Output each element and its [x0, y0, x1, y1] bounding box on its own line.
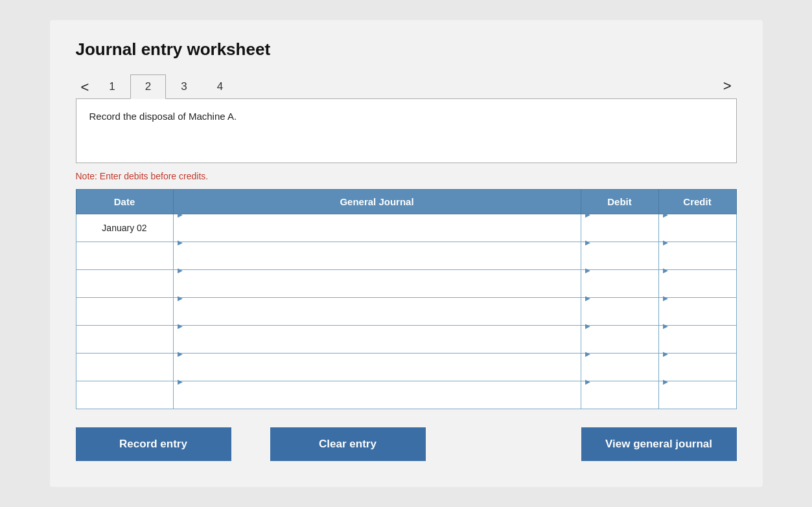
table-row: ►►►	[76, 381, 736, 409]
credit-arrow-0: ►	[659, 210, 673, 220]
debit-arrow-4: ►	[581, 321, 595, 331]
date-cell-0: January 02	[76, 214, 173, 242]
journal-cell-6[interactable]: ►	[173, 381, 581, 409]
journal-cell-1[interactable]: ►	[173, 242, 581, 270]
journal-arrow-5: ►	[174, 349, 187, 359]
journal-arrow-4: ►	[174, 321, 187, 331]
view-general-journal-button[interactable]: View general journal	[581, 427, 737, 461]
instruction-box: Record the disposal of Machine A.	[76, 98, 737, 163]
journal-table: Date General Journal Debit Credit Januar…	[76, 189, 737, 409]
journal-arrow-2: ►	[174, 265, 187, 275]
journal-cell-3[interactable]: ►	[173, 298, 581, 326]
header-date: Date	[76, 190, 173, 214]
journal-input-6[interactable]	[174, 387, 581, 414]
credit-cell-6[interactable]: ►	[658, 381, 736, 409]
credit-input-6[interactable]	[659, 387, 736, 414]
date-cell-4	[76, 326, 173, 354]
journal-cell-0[interactable]: ►	[173, 214, 581, 242]
journal-cell-2[interactable]: ►	[173, 270, 581, 298]
journal-arrow-6: ►	[174, 377, 187, 387]
tab-1[interactable]: 1	[94, 74, 130, 99]
journal-cell-5[interactable]: ►	[173, 354, 581, 381]
prev-tab-button[interactable]: <	[76, 78, 95, 97]
debit-input-6[interactable]	[581, 387, 658, 414]
debit-arrow-5: ►	[581, 349, 595, 359]
instruction-text: Record the disposal of Machine A.	[89, 111, 237, 122]
main-container: Journal entry worksheet < 1 2 3 4 > Reco…	[50, 20, 763, 487]
journal-arrow-0: ►	[174, 210, 187, 220]
debit-arrow-6: ►	[581, 377, 595, 387]
tab-4[interactable]: 4	[202, 74, 238, 99]
journal-arrow-1: ►	[174, 238, 187, 247]
next-tab-button[interactable]: >	[718, 75, 737, 97]
date-cell-5	[76, 354, 173, 381]
tab-3[interactable]: 3	[166, 74, 202, 99]
credit-arrow-4: ►	[659, 321, 673, 331]
buttons-row: Record entry Clear entry View general jo…	[76, 427, 737, 461]
credit-arrow-5: ►	[659, 349, 673, 359]
header-general-journal: General Journal	[173, 190, 581, 214]
debit-arrow-1: ►	[581, 238, 595, 247]
debit-cell-6[interactable]: ►	[581, 381, 658, 409]
date-cell-2	[76, 270, 173, 298]
clear-entry-button[interactable]: Clear entry	[270, 427, 426, 461]
page-title: Journal entry worksheet	[76, 39, 737, 60]
tab-2[interactable]: 2	[130, 74, 166, 99]
date-cell-1	[76, 242, 173, 270]
debit-arrow-3: ►	[581, 293, 595, 303]
credit-arrow-3: ►	[659, 293, 673, 303]
date-cell-6	[76, 381, 173, 409]
journal-arrow-3: ►	[174, 293, 187, 303]
journal-cell-4[interactable]: ►	[173, 326, 581, 354]
credit-arrow-6: ►	[659, 377, 673, 387]
debit-arrow-0: ►	[581, 210, 595, 220]
date-cell-3	[76, 298, 173, 326]
debit-arrow-2: ►	[581, 265, 595, 275]
credit-arrow-1: ►	[659, 238, 673, 247]
record-entry-button[interactable]: Record entry	[76, 427, 231, 461]
tabs-row: < 1 2 3 4 >	[76, 74, 737, 98]
note-text: Note: Enter debits before credits.	[76, 171, 737, 181]
credit-arrow-2: ►	[659, 265, 673, 275]
